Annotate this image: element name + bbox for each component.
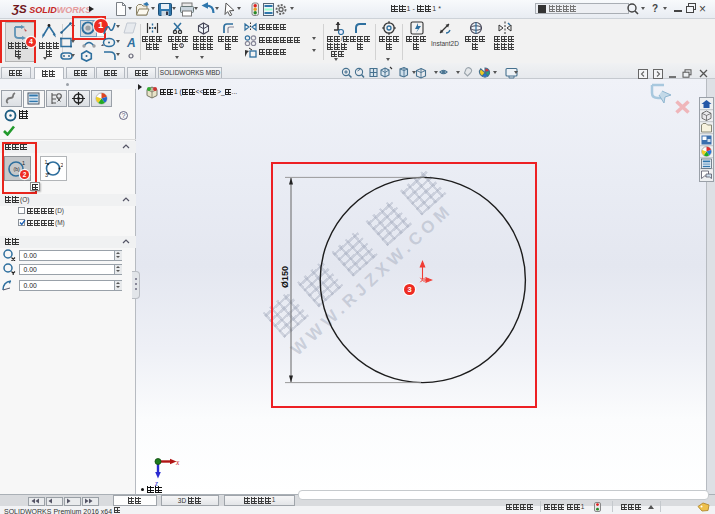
- svg-text:x: x: [175, 458, 180, 467]
- svg-text:3: 3: [45, 172, 48, 178]
- svg-text:2: 2: [61, 162, 64, 168]
- svg-text:?: ?: [122, 112, 126, 119]
- svg-text:1: 1: [45, 159, 48, 165]
- svg-text:Ø150: Ø150: [280, 266, 290, 288]
